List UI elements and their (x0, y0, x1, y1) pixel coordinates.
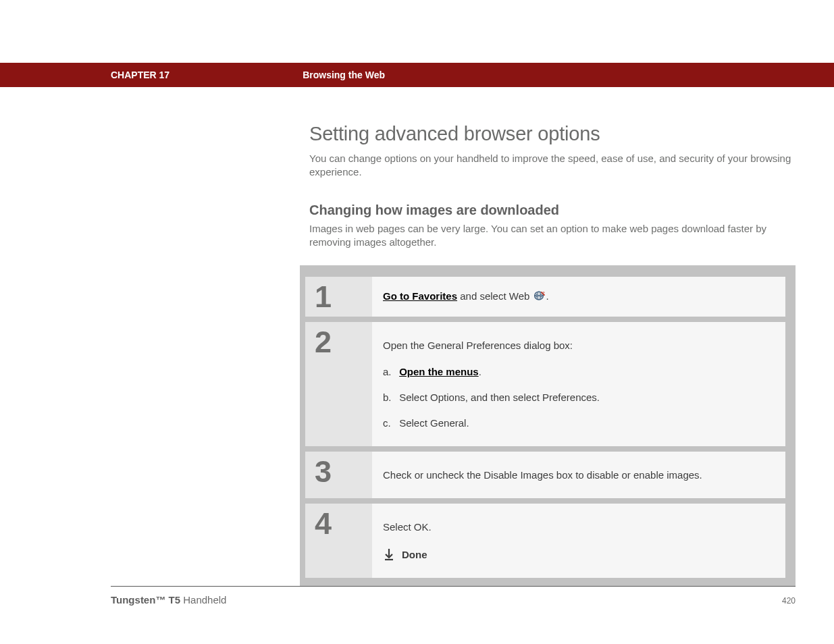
substep-item: b. Select Options, and then select Prefe… (383, 390, 771, 404)
intro-text: You can change options on your handheld … (309, 152, 796, 180)
steps-container: 1 Go to Favorites and select Web . 2 (300, 265, 796, 586)
page-title: Setting advanced browser options (309, 123, 796, 145)
step-row: 3 Check or uncheck the Disable Images bo… (305, 452, 785, 498)
substep-marker: c. (383, 416, 396, 430)
subsection-text: Images in web pages can be very large. Y… (309, 222, 796, 250)
footer: Tungsten™ T5 Handheld 420 (111, 594, 796, 606)
step-content: Check or uncheck the Disable Images box … (372, 452, 785, 498)
step-number: 3 (315, 454, 332, 489)
arrow-down-icon (383, 547, 395, 561)
step-content: Open the General Preferences dialog box:… (372, 322, 785, 446)
step-text: Select OK. (383, 520, 771, 534)
step-number-cell: 2 (305, 322, 372, 446)
open-menus-link[interactable]: Open the menus (399, 366, 479, 377)
web-icon (533, 290, 546, 304)
step-number: 2 (315, 325, 332, 359)
chapter-title: Browsing the Web (303, 70, 385, 80)
step-content: Select OK. Done (372, 504, 785, 578)
step-row: 1 Go to Favorites and select Web . (305, 277, 785, 317)
substep-text: Select General. (399, 417, 469, 429)
product-name: Tungsten™ T5 Handheld (111, 594, 226, 606)
footer-divider (111, 586, 796, 587)
step-text-end: . (546, 290, 548, 302)
step-row: 4 Select OK. Done (305, 504, 785, 578)
subsection-title: Changing how images are downloaded (309, 203, 796, 218)
product-name-bold: Tungsten™ T5 (111, 594, 180, 606)
substep-item: c. Select General. (383, 416, 771, 430)
step-text: Check or uncheck the Disable Images box … (383, 469, 702, 481)
step-number-cell: 4 (305, 504, 372, 578)
step-number: 1 (315, 279, 332, 314)
page-number: 420 (782, 596, 796, 606)
substep-marker: b. (383, 390, 396, 404)
done-label: Done (402, 547, 427, 562)
step-text: and select Web (457, 290, 532, 302)
substep-text: Select Options, and then select Preferen… (399, 392, 600, 403)
step-number-cell: 1 (305, 277, 372, 317)
step-number-cell: 3 (305, 452, 372, 498)
done-indicator: Done (383, 547, 771, 562)
go-to-favorites-link[interactable]: Go to Favorites (383, 290, 457, 302)
step-intro-text: Open the General Preferences dialog box: (383, 338, 771, 352)
chapter-label: CHAPTER 17 (111, 70, 170, 80)
substep-item: a. Open the menus. (383, 365, 771, 379)
step-row: 2 Open the General Preferences dialog bo… (305, 322, 785, 446)
substep-marker: a. (383, 365, 396, 379)
step-number: 4 (315, 506, 332, 541)
product-name-rest: Handheld (180, 594, 226, 606)
step-content: Go to Favorites and select Web . (372, 277, 785, 317)
substep-after: . (479, 366, 481, 377)
